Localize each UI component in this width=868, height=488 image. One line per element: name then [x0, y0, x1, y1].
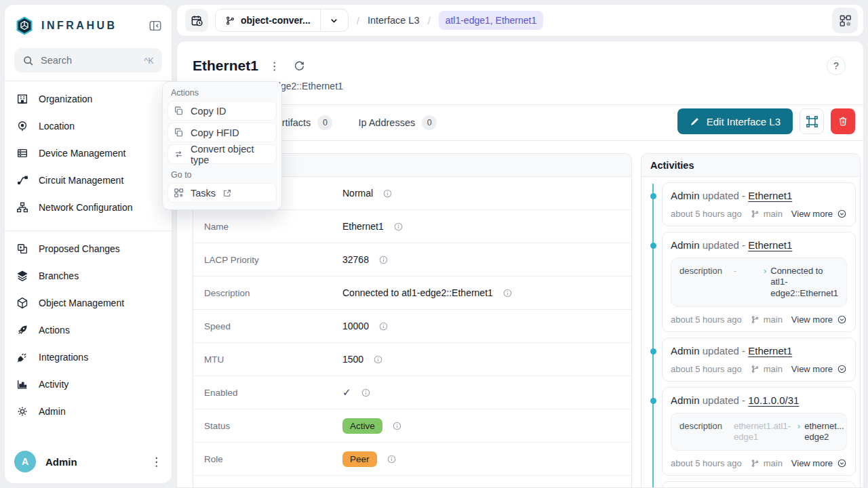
- menu-item-copy-id[interactable]: Copy ID: [167, 101, 277, 121]
- branch-selector[interactable]: object-conver...: [215, 9, 349, 32]
- swap-arrows-icon: [174, 149, 184, 159]
- user-menu[interactable]: A Admin ⋮: [5, 445, 172, 478]
- delete-button[interactable]: [831, 108, 855, 134]
- sidebar-nav-secondary: Proposed Changes Branches Object Managem…: [5, 234, 172, 426]
- search-icon: [22, 55, 34, 66]
- info-icon[interactable]: [373, 354, 383, 365]
- timeline-dot: [650, 348, 656, 354]
- tab-ip-addresses-count: 0: [422, 115, 437, 130]
- sidebar-item-admin[interactable]: Admin: [5, 398, 172, 425]
- tasks-icon: [174, 188, 184, 198]
- activity-card: Admin updated - Ethernet1 about 5 hours …: [662, 338, 856, 382]
- breadcrumb-item-object[interactable]: atl1-edge1, Ethernet1: [439, 11, 544, 30]
- help-button[interactable]: ?: [827, 56, 846, 75]
- activity-branch: main: [751, 314, 783, 325]
- sidebar-item-network-configuration[interactable]: Network Configuration: [5, 194, 172, 221]
- search-shortcut: ^K: [144, 56, 154, 66]
- rocket-icon: [16, 324, 29, 336]
- manage-groups-button[interactable]: [800, 108, 824, 134]
- brand-name: INFRAHUB: [41, 20, 117, 32]
- info-icon[interactable]: [387, 454, 397, 464]
- logo-row: INFRAHUB: [5, 5, 172, 41]
- menu-item-tasks[interactable]: Tasks: [167, 183, 277, 203]
- sidebar-item-location[interactable]: Location: [5, 113, 172, 140]
- sidebar-item-organization[interactable]: Organization: [5, 85, 172, 113]
- time-travel-button[interactable]: [185, 9, 208, 32]
- sidebar-item-actions[interactable]: Actions: [5, 317, 172, 344]
- table-row-status: Status Active: [193, 409, 631, 443]
- sidebar-item-proposed-changes[interactable]: Proposed Changes: [5, 235, 172, 262]
- refresh-icon[interactable]: [294, 60, 305, 72]
- timeline-line: [652, 184, 654, 488]
- sidebar-item-object-management[interactable]: Object Management: [5, 289, 172, 317]
- sidebar-collapse-button[interactable]: [149, 19, 162, 33]
- view-more-button[interactable]: View more: [791, 458, 847, 468]
- avatar: A: [14, 451, 36, 472]
- cube-icon: [16, 297, 29, 309]
- edit-interface-button[interactable]: Edit Interface L3: [677, 108, 793, 134]
- activity-branch: main: [751, 364, 783, 374]
- schema-button[interactable]: [832, 7, 858, 33]
- view-more-button[interactable]: View more: [791, 314, 847, 325]
- menu-item-convert-object-type[interactable]: Convert object type: [167, 144, 277, 164]
- search-input[interactable]: Search ^K: [14, 48, 162, 73]
- sidebar-item-activity[interactable]: Activity: [5, 371, 172, 398]
- activity-object-link[interactable]: Ethernet1: [748, 190, 792, 201]
- user-kebab-icon[interactable]: ⋮: [151, 455, 162, 469]
- info-icon[interactable]: [382, 188, 393, 199]
- pencil-icon: [690, 117, 700, 127]
- activity-object-link[interactable]: Ethernet1: [748, 239, 792, 251]
- table-row-speed: Speed 10000: [193, 310, 631, 343]
- branch-selector-value: object-conver...: [216, 9, 320, 31]
- sidebar-item-label: Integrations: [39, 352, 88, 363]
- activity-object-link[interactable]: 10.1.0.0/31: [748, 394, 799, 406]
- info-icon[interactable]: [502, 288, 513, 298]
- table-row-mtu: MTU 1500: [193, 343, 631, 376]
- sidebar-item-label: Proposed Changes: [39, 243, 120, 254]
- sidebar-item-circuit-management[interactable]: Circuit Management: [5, 167, 172, 194]
- sidebar-item-label: Object Management: [39, 298, 124, 308]
- info-icon[interactable]: [378, 255, 389, 265]
- sidebar-item-branches[interactable]: Branches: [5, 262, 172, 289]
- menu-item-copy-hfid[interactable]: Copy HFID: [167, 123, 277, 142]
- activity-card: Admin updated - atl1-edge1: [662, 481, 856, 488]
- sidebar-nav-primary: Organization Location Device Management …: [5, 84, 172, 222]
- activity-time: about 5 hours ago: [671, 364, 742, 374]
- sidebar: INFRAHUB Search ^K Organization Location: [4, 4, 172, 484]
- activity-time: about 5 hours ago: [671, 458, 742, 468]
- info-icon[interactable]: [378, 321, 389, 331]
- git-branch-icon: [225, 16, 235, 26]
- activity-branch: main: [751, 458, 783, 468]
- breadcrumb-separator: /: [357, 15, 359, 26]
- select-object-icon: [806, 115, 818, 128]
- table-row-role: Role Peer: [193, 443, 631, 476]
- activity-branch: main: [751, 209, 783, 219]
- breadcrumb-item-schema[interactable]: Interface L3: [368, 15, 420, 26]
- activity-card: Admin updated - Ethernet1 description - …: [662, 232, 856, 332]
- proposed-changes-icon: [16, 243, 29, 255]
- sidebar-item-device-management[interactable]: Device Management: [5, 140, 172, 167]
- chevron-right-icon: ›: [764, 266, 766, 277]
- info-icon[interactable]: [361, 388, 371, 398]
- activities-panel: Activities Admin updated - Ethernet1 abo…: [641, 153, 861, 488]
- map-pin-icon: [16, 120, 29, 132]
- layers-icon: [16, 270, 29, 282]
- menu-section-label: Actions: [167, 87, 277, 101]
- view-more-button[interactable]: View more: [791, 209, 847, 219]
- sidebar-item-label: Circuit Management: [39, 175, 123, 186]
- sidebar-item-label: Activity: [39, 379, 68, 390]
- table-row-description: Description Connected to atl1-edge2::Eth…: [193, 277, 631, 310]
- view-more-button[interactable]: View more: [791, 364, 847, 374]
- tab-artifacts[interactable]: Artifacts 0: [275, 115, 332, 130]
- tab-ip-addresses[interactable]: Ip Addresses 0: [358, 115, 437, 130]
- object-menu-button[interactable]: ⋮: [269, 60, 280, 73]
- activities-title: Activities: [642, 154, 860, 177]
- activity-object-link[interactable]: Ethernet1: [748, 345, 792, 357]
- breadcrumb-separator: /: [427, 15, 430, 26]
- page-title: Ethernet1: [193, 58, 258, 74]
- sidebar-item-integrations[interactable]: Integrations: [5, 344, 172, 371]
- info-icon[interactable]: [392, 421, 402, 431]
- search-placeholder: Search: [41, 55, 72, 66]
- sidebar-divider: [5, 81, 172, 81]
- info-icon[interactable]: [393, 222, 403, 232]
